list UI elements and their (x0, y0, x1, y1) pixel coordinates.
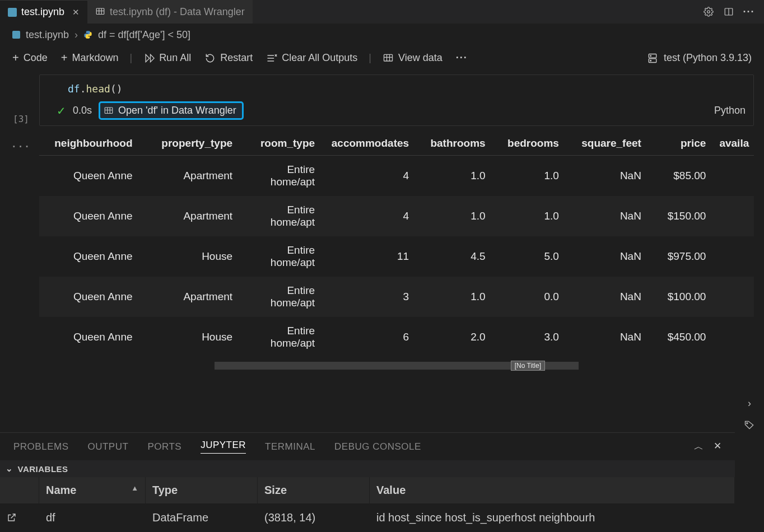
horizontal-scrollbar[interactable]: [No Title] (215, 362, 579, 370)
add-markdown-button[interactable]: +Markdown (57, 49, 123, 67)
table-cell: 4 (322, 196, 416, 236)
clear-outputs-button[interactable]: Clear All Outputs (262, 50, 362, 66)
table-cell: NaN (566, 236, 648, 277)
table-row: Queen AnneHouseEntirehome/apt114.55.0NaN… (39, 236, 754, 277)
var-type: DataFrame (146, 503, 258, 532)
close-icon[interactable]: ✕ (72, 7, 80, 17)
svg-point-6 (650, 55, 651, 57)
cell-language[interactable]: Python (714, 105, 746, 116)
kernel-picker[interactable]: test (Python 3.9.13) (647, 52, 756, 64)
svg-rect-0 (96, 8, 104, 15)
table-header: neighbourhood (39, 132, 139, 156)
close-panel-icon[interactable]: ✕ (714, 440, 721, 453)
col-name[interactable]: Name▲ (39, 477, 146, 503)
code-editor[interactable]: df.head() (40, 75, 753, 101)
tab-data-wrangler[interactable]: test.ipynb (df) - Data Wrangler (87, 0, 253, 24)
table-header: availa (712, 132, 754, 156)
table-row: Queen AnneApartmentEntirehome/apt41.01.0… (39, 156, 754, 197)
table-cell: Entirehome/apt (239, 317, 322, 357)
open-variable-icon[interactable] (0, 503, 39, 532)
table-row: Queen AnneApartmentEntirehome/apt41.01.0… (39, 196, 754, 236)
table-row: Queen AnneApartmentEntirehome/apt31.00.0… (39, 277, 754, 317)
titlebar-actions: ··· (704, 0, 764, 24)
table-cell: Queen Anne (39, 196, 139, 236)
table-cell: $85.00 (648, 156, 713, 197)
table-cell: 3.0 (492, 317, 566, 357)
panel-tab-debug-console[interactable]: DEBUG CONSOLE (334, 441, 421, 452)
plus-icon: + (12, 52, 19, 64)
panel-tab-ports[interactable]: PORTS (147, 441, 181, 452)
table-cell: 1.0 (416, 156, 492, 197)
server-icon (647, 53, 658, 64)
table-cell (712, 277, 754, 317)
table-cell: NaN (566, 156, 648, 197)
panel-tab-output[interactable]: OUTPUT (87, 441, 128, 452)
table-cell: $975.00 (648, 236, 713, 277)
tag-icon[interactable] (744, 419, 755, 431)
table-header: bathrooms (416, 132, 492, 156)
table-row: Queen AnneHouseEntirehome/apt62.03.0NaN$… (39, 317, 754, 357)
breadcrumb[interactable]: test.ipynb › df = df[df['Age'] < 50] (0, 24, 764, 46)
svg-point-9 (747, 423, 748, 424)
table-cell: 3 (322, 277, 416, 317)
table-cell: 1.0 (492, 196, 566, 236)
svg-point-1 (707, 11, 710, 13)
variables-table: Name▲ Type Size Value df DataFrame (3818… (0, 477, 735, 532)
data-wrangler-icon (95, 7, 105, 17)
table-cell: NaN (566, 317, 648, 357)
cell-more-icon[interactable]: ··· (11, 141, 31, 152)
table-cell (712, 317, 754, 357)
cell-gutter: [3] ··· (11, 114, 31, 152)
table-cell: $150.00 (648, 196, 713, 236)
split-editor-icon[interactable] (724, 7, 734, 17)
table-cell: Entirehome/apt (239, 277, 322, 317)
execution-time: 0.0s (73, 105, 92, 116)
breadcrumb-file[interactable]: test.ipynb (26, 29, 69, 41)
data-wrangler-icon (104, 106, 114, 116)
var-value: id host_since host_is_superhost neighbou… (370, 503, 735, 532)
table-cell: Queen Anne (39, 317, 139, 357)
chevron-up-icon[interactable]: ︿ (694, 440, 704, 453)
var-name[interactable]: df (39, 503, 146, 532)
col-type[interactable]: Type (146, 477, 258, 503)
open-data-wrangler-button[interactable]: Open 'df' in Data Wrangler (99, 101, 244, 120)
variables-section-header[interactable]: ⌄ VARIABLES (0, 460, 735, 477)
table-cell: 5.0 (492, 236, 566, 277)
run-all-button[interactable]: Run All (139, 50, 195, 66)
more-icon[interactable]: ··· (744, 7, 754, 17)
panel-tab-terminal[interactable]: TERMINAL (265, 441, 315, 452)
chevron-right-icon[interactable]: › (748, 398, 751, 409)
table-cell: NaN (566, 196, 648, 236)
toolbar-more-button[interactable]: ··· (451, 50, 472, 66)
breadcrumb-cell[interactable]: df = df[df['Age'] < 50] (98, 29, 190, 41)
tab-notebook[interactable]: test.ipynb ✕ (0, 0, 87, 24)
panel-tab-jupyter[interactable]: JUPYTER (201, 440, 246, 454)
table-cell: 0.0 (492, 277, 566, 317)
add-code-button[interactable]: +Code (8, 49, 52, 67)
table-cell: 2.0 (416, 317, 492, 357)
chevron-right-icon: › (74, 29, 78, 41)
cell-output: neighbourhoodproperty_typeroom_typeaccom… (39, 132, 754, 370)
table-cell (712, 196, 754, 236)
table-cell: 11 (322, 236, 416, 277)
view-data-button[interactable]: View data (378, 50, 447, 66)
table-cell: 1.0 (492, 156, 566, 197)
col-value[interactable]: Value (370, 477, 735, 503)
table-header: square_feet (566, 132, 648, 156)
col-size[interactable]: Size (258, 477, 370, 503)
tab-label: test.ipynb (df) - Data Wrangler (110, 6, 245, 18)
code-cell[interactable]: df.head() ✓ 0.0s Open 'df' in Data Wrang… (39, 74, 754, 126)
notebook-icon (8, 8, 17, 17)
execution-count: [3] (13, 114, 29, 124)
panel-tab-problems[interactable]: PROBLEMS (13, 441, 68, 452)
restart-button[interactable]: Restart (200, 50, 257, 66)
table-cell: Apartment (139, 156, 240, 197)
table-cell: 6 (322, 317, 416, 357)
table-header: property_type (139, 132, 240, 156)
table-cell (712, 156, 754, 197)
notebook-icon (12, 31, 20, 39)
tab-bar: test.ipynb ✕ test.ipynb (df) - Data Wran… (0, 0, 764, 24)
gear-icon[interactable] (704, 7, 714, 17)
success-icon: ✓ (57, 104, 66, 118)
table-cell: $100.00 (648, 277, 713, 317)
